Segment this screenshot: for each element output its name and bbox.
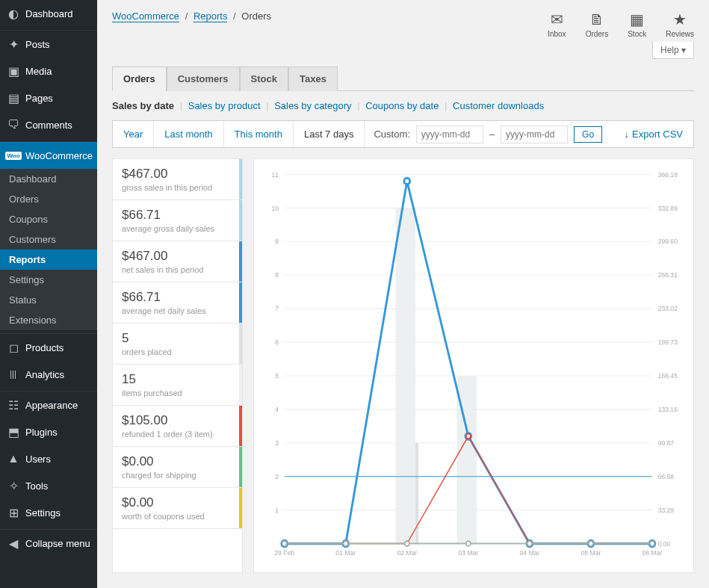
stat-0[interactable]: $467.00gross sales in this period bbox=[113, 159, 242, 200]
stat-color-indicator bbox=[239, 324, 242, 364]
sidebar-item-label: Plugins bbox=[25, 427, 58, 438]
svg-text:199.73: 199.73 bbox=[658, 338, 678, 346]
svg-text:7: 7 bbox=[275, 305, 279, 312]
sidebar-item-analytics[interactable]: ⫼Analytics bbox=[0, 361, 97, 388]
stat-color-indicator bbox=[239, 406, 242, 446]
stat-value: $467.00 bbox=[122, 167, 233, 182]
stat-6[interactable]: $105.00refunded 1 order (3 item) bbox=[113, 406, 242, 447]
sidebar-item-plugins[interactable]: ⬒Plugins bbox=[0, 418, 97, 445]
sidebar-item-settings[interactable]: ⊞Settings bbox=[0, 499, 97, 526]
sidebar-sub-coupons[interactable]: Coupons bbox=[0, 209, 97, 229]
subtab-sales-by-product[interactable]: Sales by product bbox=[188, 100, 261, 111]
svg-text:8: 8 bbox=[275, 271, 279, 279]
sidebar-item-pages[interactable]: ▤Pages bbox=[0, 84, 97, 111]
stat-7[interactable]: $0.00charged for shipping bbox=[113, 447, 242, 488]
sidebar-sub-dashboard[interactable]: Dashboard bbox=[0, 169, 97, 189]
breadcrumb: WooCommerce / Reports / Orders bbox=[112, 10, 271, 22]
sidebar-sub-settings[interactable]: Settings bbox=[0, 270, 97, 290]
stat-value: $66.71 bbox=[122, 290, 233, 305]
top-stock[interactable]: ▦Stock bbox=[628, 10, 646, 38]
sidebar-item-posts[interactable]: ✦Posts bbox=[0, 31, 97, 58]
sidebar-item-label: Posts bbox=[25, 39, 50, 50]
stat-8[interactable]: $0.00worth of coupons used bbox=[113, 488, 242, 529]
stat-label: average net daily sales bbox=[122, 306, 233, 315]
pages-icon: ▤ bbox=[6, 90, 21, 105]
svg-point-55 bbox=[466, 434, 471, 439]
stat-label: orders placed bbox=[122, 347, 233, 356]
sidebar-sub-status[interactable]: Status bbox=[0, 290, 97, 310]
svg-point-66 bbox=[282, 541, 287, 545]
sidebar-sub-customers[interactable]: Customers bbox=[0, 229, 97, 250]
range-last-month[interactable]: Last month bbox=[154, 121, 223, 147]
sidebar-sub-extensions[interactable]: Extensions bbox=[0, 310, 97, 330]
subtab-sales-by-date[interactable]: Sales by date bbox=[112, 100, 174, 111]
range-this-month[interactable]: This month bbox=[224, 121, 294, 147]
stat-color-indicator bbox=[239, 200, 242, 241]
svg-text:2: 2 bbox=[275, 472, 279, 480]
range-last-7-days[interactable]: Last 7 days bbox=[294, 121, 365, 147]
stat-3[interactable]: $66.71average net daily sales bbox=[113, 282, 242, 324]
report-body: $467.00gross sales in this period$66.71a… bbox=[112, 158, 694, 573]
stat-1[interactable]: $66.71average gross daily sales bbox=[113, 200, 242, 241]
svg-text:04 Mar: 04 Mar bbox=[520, 549, 540, 557]
svg-text:233.02: 233.02 bbox=[658, 305, 678, 312]
products-icon: ◻ bbox=[6, 340, 21, 355]
tab-taxes[interactable]: Taxes bbox=[288, 66, 338, 91]
sidebar-item-tools[interactable]: ✧Tools bbox=[0, 472, 97, 499]
svg-text:9: 9 bbox=[275, 238, 279, 245]
sidebar-item-media[interactable]: ▣Media bbox=[0, 58, 97, 84]
breadcrumb-woocommerce[interactable]: WooCommerce bbox=[112, 10, 179, 22]
stat-4[interactable]: 5orders placed bbox=[113, 324, 242, 365]
range-year[interactable]: Year bbox=[113, 121, 154, 147]
woocommerce-icon: Woo bbox=[6, 148, 21, 163]
svg-point-67 bbox=[344, 541, 348, 545]
custom-range: Custom:–Go bbox=[365, 126, 611, 143]
subtab-coupons-by-date[interactable]: Coupons by date bbox=[365, 100, 439, 111]
svg-rect-42 bbox=[395, 208, 415, 543]
svg-text:332.89: 332.89 bbox=[658, 204, 678, 211]
stat-value: 15 bbox=[122, 372, 233, 387]
sidebar-item-dashboard[interactable]: ◐Dashboard bbox=[0, 0, 97, 27]
sidebar-sub-orders[interactable]: Orders bbox=[0, 189, 97, 209]
stat-5[interactable]: 15items purchased bbox=[113, 365, 242, 406]
sidebar-item-appearance[interactable]: ☷Appearance bbox=[0, 392, 97, 418]
export-csv[interactable]: ↓Export CSV bbox=[614, 121, 693, 147]
top-reviews[interactable]: ★Reviews bbox=[666, 10, 694, 38]
stat-2[interactable]: $467.00net sales in this period bbox=[113, 241, 242, 282]
sidebar-item-users[interactable]: ▲Users bbox=[0, 445, 97, 472]
stat-value: $467.00 bbox=[122, 249, 233, 264]
svg-text:299.60: 299.60 bbox=[658, 238, 678, 245]
top-orders[interactable]: 🗎Orders bbox=[586, 11, 609, 38]
sidebar-sub-reports[interactable]: Reports bbox=[0, 250, 97, 270]
top-icon-bar: ✉Inbox🗎Orders▦Stock★Reviews bbox=[548, 10, 694, 38]
sidebar-item-collapse[interactable]: ◀Collapse menu bbox=[0, 530, 97, 557]
svg-text:03 Mar: 03 Mar bbox=[458, 549, 478, 557]
svg-text:4: 4 bbox=[275, 406, 279, 413]
svg-text:366.18: 366.18 bbox=[658, 170, 678, 178]
date-to-input[interactable] bbox=[501, 126, 568, 143]
sidebar-item-comments[interactable]: 🗨Comments bbox=[0, 111, 97, 138]
svg-text:02 Mar: 02 Mar bbox=[397, 549, 417, 557]
sidebar-item-woocommerce[interactable]: WooWooCommerce bbox=[0, 142, 97, 169]
subtab-customer-downloads[interactable]: Customer downloads bbox=[453, 100, 544, 111]
svg-point-70 bbox=[527, 541, 532, 545]
breadcrumb-current: Orders bbox=[241, 10, 271, 22]
stat-label: charged for shipping bbox=[122, 471, 233, 480]
main-content: WooCommerce / Reports / Orders ✉Inbox🗎Or… bbox=[97, 0, 709, 588]
go-button[interactable]: Go bbox=[574, 126, 602, 143]
date-from-input[interactable] bbox=[416, 126, 483, 143]
svg-text:11: 11 bbox=[271, 170, 279, 178]
top-inbox[interactable]: ✉Inbox bbox=[548, 10, 566, 38]
tab-orders[interactable]: Orders bbox=[112, 66, 167, 91]
svg-text:05 Mar: 05 Mar bbox=[581, 549, 601, 557]
sidebar-item-products[interactable]: ◻Products bbox=[0, 334, 97, 361]
breadcrumb-reports[interactable]: Reports bbox=[193, 10, 228, 22]
sidebar-item-label: Collapse menu bbox=[25, 538, 90, 549]
tab-customers[interactable]: Customers bbox=[167, 66, 240, 91]
stat-value: $0.00 bbox=[122, 454, 233, 469]
subtab-sales-by-category[interactable]: Sales by category bbox=[274, 100, 351, 111]
comments-icon: 🗨 bbox=[6, 117, 21, 132]
tab-stock[interactable]: Stock bbox=[240, 66, 288, 91]
help-tab[interactable]: Help ▾ bbox=[652, 42, 694, 59]
stat-value: $66.71 bbox=[122, 208, 233, 223]
